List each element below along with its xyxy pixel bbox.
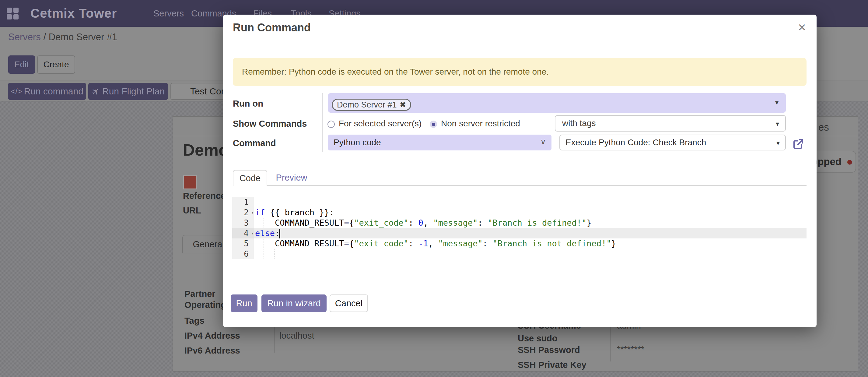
editor-line-1[interactable]: 1 [232, 197, 807, 207]
editor-line-2[interactable]: 2▾if {{ branch }}: [232, 207, 807, 218]
run-button[interactable]: Run [231, 294, 257, 312]
line-number: 3 [232, 218, 254, 228]
code-line-content[interactable] [254, 197, 807, 207]
dialog-title: Run Command [233, 21, 311, 34]
group-divider [274, 324, 275, 353]
run-on-label: Run on [233, 99, 263, 109]
code-editor[interactable]: 12▾if {{ branch }}:3 COMMAND_RESULT={"ex… [232, 197, 807, 259]
code-icon: </> [11, 87, 22, 96]
tags-label: Tags [184, 316, 205, 326]
cancel-button[interactable]: Cancel [330, 294, 368, 312]
page: Cetmix Tower ServersCommandsFilesToolsSe… [0, 0, 868, 377]
code-line-content[interactable]: else: [254, 228, 807, 238]
status-dot-icon: ● [846, 156, 853, 167]
indent-guide [274, 250, 275, 259]
server-tag[interactable]: Demo Server #1 ✖ [332, 99, 411, 111]
fold-arrow-icon[interactable]: ▾ [251, 207, 254, 218]
run-command-button[interactable]: </>Run command [8, 83, 86, 100]
server-tag-label: Demo Server #1 [337, 100, 397, 110]
chevron-down-icon[interactable]: ∨ [540, 137, 546, 146]
breadcrumb-separator: / [41, 32, 49, 42]
apps-icon-square [7, 14, 12, 20]
radio-non-server-restricted-label[interactable]: Non server restricted [441, 119, 520, 128]
tab-code[interactable]: Code [233, 170, 267, 186]
code-line-content[interactable]: COMMAND_RESULT={"exit_code": 0, "message… [254, 218, 807, 228]
create-button[interactable]: Create [37, 55, 75, 74]
server-color-swatch[interactable] [183, 175, 197, 190]
smart-button-partial-label[interactable]: es [818, 121, 829, 133]
breadcrumb-servers-link[interactable]: Servers [8, 32, 41, 42]
code-line-content[interactable] [254, 249, 807, 259]
brand-title[interactable]: Cetmix Tower [30, 0, 117, 27]
header-divider [223, 43, 816, 43]
radio-non-server-restricted[interactable] [430, 121, 437, 128]
ssh-private-key-label: SSH Private Key [518, 360, 587, 370]
indent-guide [264, 219, 264, 228]
close-icon[interactable]: ✕ [795, 20, 809, 35]
run-flight-plan-button[interactable]: ✈Run Flight Plan [88, 83, 168, 100]
indent-guide [264, 239, 264, 248]
ipv4-label: IPv4 Address [184, 331, 240, 341]
line-number: 2▾ [232, 207, 254, 218]
apps-menu-icon[interactable] [7, 8, 19, 20]
code-line-content[interactable]: COMMAND_RESULT={"exit_code": -1, "messag… [254, 238, 807, 249]
radio-for-selected-servers-label[interactable]: For selected server(s) [339, 119, 422, 128]
line-number: 6 [232, 249, 254, 259]
fold-arrow-icon[interactable]: ▾ [251, 228, 254, 238]
run-in-wizard-button[interactable]: Run in wizard [261, 294, 327, 312]
reference-label: Reference [183, 191, 225, 201]
footer-divider [223, 287, 816, 287]
caret-down-icon[interactable]: ▾ [775, 99, 778, 107]
tab-preview[interactable]: Preview [271, 170, 312, 185]
editor-line-4[interactable]: 4▾else: [232, 228, 807, 238]
breadcrumb: Servers / Demo Server #1 [8, 32, 117, 42]
command-type-value: Python code [334, 138, 381, 147]
line-number: 4▾ [232, 228, 254, 238]
ssh-password-label: SSH Password [518, 345, 580, 355]
editor-line-3[interactable]: 3 COMMAND_RESULT={"exit_code": 0, "messa… [232, 218, 807, 228]
breadcrumb-current: Demo Server #1 [49, 32, 118, 42]
url-label: URL [183, 206, 201, 215]
command-type-select[interactable]: Python code ∨ [328, 135, 552, 150]
edit-button[interactable]: Edit [8, 55, 35, 74]
ipv4-value[interactable]: localhost [279, 331, 314, 341]
run-command-label: Run command [24, 86, 83, 96]
apps-icon-square [13, 8, 19, 13]
nav-item-servers[interactable]: Servers [153, 0, 184, 27]
editor-line-5[interactable]: 5 COMMAND_RESULT={"exit_code": -1, "mess… [232, 238, 807, 249]
line-number: 1 [232, 197, 254, 207]
run-on-field[interactable]: Demo Server #1 ✖ ▾ [328, 93, 786, 113]
command-select[interactable]: Execute Python Code: Check Branch ▾ [559, 135, 786, 150]
tabs-underline [233, 185, 807, 186]
apps-icon-square [13, 14, 19, 20]
run-command-dialog: Run Command ✕ Remember: Python code is e… [223, 14, 816, 327]
run-flight-plan-label: Run Flight Plan [102, 86, 165, 96]
apps-icon-square [7, 8, 12, 13]
caret-down-icon[interactable]: ▾ [776, 139, 780, 147]
indent-guide [264, 250, 264, 259]
plane-icon: ✈ [89, 85, 102, 98]
use-sudo-label: Use sudo [518, 334, 558, 344]
line-number: 5 [232, 238, 254, 249]
external-link-icon[interactable] [792, 138, 805, 150]
radio-for-selected-servers[interactable] [328, 121, 335, 128]
code-line-content[interactable]: if {{ branch }}: [254, 207, 807, 218]
editor-line-6[interactable]: 6 [232, 249, 807, 259]
caret-down-icon[interactable]: ▾ [776, 120, 779, 128]
with-tags-select[interactable]: with tags ▾ [555, 115, 786, 132]
partner-label: Partner [184, 289, 215, 299]
with-tags-placeholder: with tags [562, 118, 596, 128]
text-cursor [279, 229, 280, 238]
ipv6-label: IPv6 Address [184, 346, 240, 356]
warning-text: Remember: Python code is executed on the… [242, 67, 549, 77]
show-commands-label: Show Commands [233, 119, 307, 129]
ssh-password-value[interactable]: ******** [617, 344, 644, 354]
command-value: Execute Python Code: Check Branch [565, 138, 706, 147]
warning-banner: Remember: Python code is executed on the… [233, 58, 807, 86]
tag-remove-icon[interactable]: ✖ [400, 100, 406, 109]
command-label: Command [233, 138, 276, 148]
